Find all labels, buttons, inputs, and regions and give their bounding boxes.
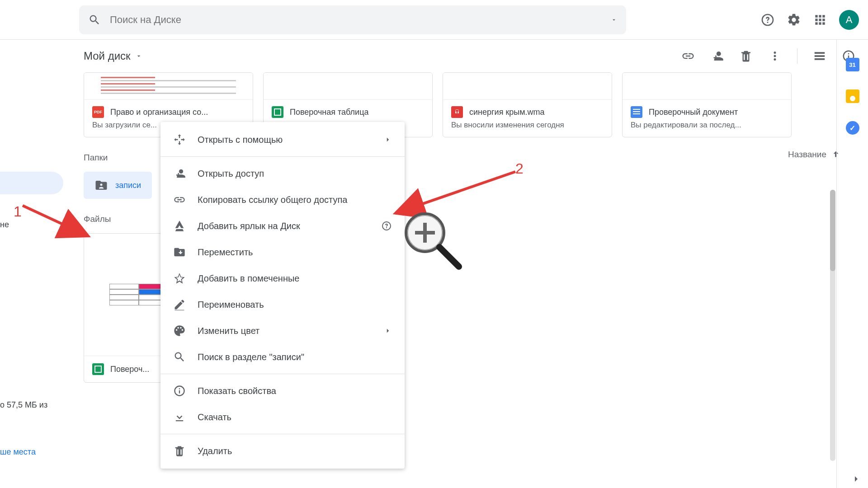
search-bar[interactable] bbox=[79, 5, 626, 34]
list-view-icon[interactable] bbox=[813, 49, 826, 63]
sidebar-partial-text: не bbox=[0, 220, 9, 230]
main-content: не о 57,5 МБ из ше места PDFПраво и орга… bbox=[0, 72, 868, 383]
sort-label-text: Название bbox=[788, 150, 826, 160]
menu-rename[interactable]: Переименовать bbox=[160, 291, 405, 318]
sheets-icon bbox=[92, 363, 104, 375]
card-subtitle: Вы редактировали за послед... bbox=[623, 121, 791, 137]
more-vert-icon[interactable] bbox=[768, 49, 782, 63]
folder-label: записи bbox=[115, 181, 141, 190]
sidebar-storage-text: о 57,5 МБ из bbox=[0, 400, 47, 410]
menu-move[interactable]: Переместить bbox=[160, 239, 405, 265]
drive-shortcut-icon bbox=[173, 220, 186, 232]
delete-trash-icon[interactable] bbox=[739, 49, 753, 63]
menu-details[interactable]: Показать свойства bbox=[160, 378, 405, 404]
menu-label: Копировать ссылку общего доступа bbox=[198, 195, 392, 205]
get-link-icon[interactable] bbox=[681, 49, 695, 63]
menu-label: Добавить ярлык на Диск bbox=[198, 221, 369, 231]
menu-label: Добавить в помеченные bbox=[198, 273, 392, 284]
info-outline-icon bbox=[173, 385, 186, 397]
menu-separator bbox=[160, 156, 405, 157]
menu-label: Открыть доступ bbox=[198, 169, 392, 179]
user-avatar[interactable]: А bbox=[839, 10, 859, 30]
search-in-icon bbox=[173, 351, 186, 363]
keep-app-icon[interactable] bbox=[846, 89, 859, 103]
card-name: Проверочный документ bbox=[649, 108, 738, 117]
star-icon bbox=[173, 272, 186, 285]
quick-access-card[interactable]: синергия крым.wma Вы вносили изменения с… bbox=[443, 72, 612, 137]
scrollbar-thumb[interactable] bbox=[830, 190, 835, 271]
pdf-icon: PDF bbox=[92, 106, 104, 118]
menu-add-shortcut[interactable]: Добавить ярлык на Диск bbox=[160, 213, 405, 239]
open-with-icon bbox=[173, 133, 186, 146]
menu-separator bbox=[160, 374, 405, 374]
help-outline-icon[interactable] bbox=[381, 221, 392, 231]
card-name: синергия крым.wma bbox=[469, 108, 545, 117]
header-icons: А bbox=[760, 10, 859, 30]
apps-grid-icon[interactable] bbox=[813, 13, 827, 27]
side-panel-chevron-icon[interactable] bbox=[851, 474, 862, 484]
menu-label: Переименовать bbox=[198, 300, 392, 310]
folder-item-zapisi[interactable]: записи bbox=[84, 172, 152, 199]
card-thumb bbox=[623, 73, 791, 100]
sheets-icon bbox=[272, 106, 283, 118]
chevron-right-icon bbox=[384, 136, 392, 144]
menu-share[interactable]: Открыть доступ bbox=[160, 160, 405, 187]
menu-separator bbox=[160, 434, 405, 434]
search-input[interactable] bbox=[110, 14, 611, 26]
menu-label: Скачать bbox=[198, 412, 392, 422]
share-person-icon[interactable] bbox=[710, 49, 724, 63]
menu-open-with[interactable]: Открыть с помощью bbox=[160, 127, 405, 153]
search-icon bbox=[88, 14, 101, 26]
scrollbar-track[interactable] bbox=[830, 190, 835, 461]
tasks-app-icon[interactable] bbox=[846, 121, 859, 135]
section-folders-label: Папки bbox=[84, 153, 108, 163]
menu-change-color[interactable]: Изменить цвет bbox=[160, 318, 405, 344]
card-thumb bbox=[443, 73, 612, 100]
menu-label: Удалить bbox=[198, 446, 392, 456]
sidebar-buy-storage[interactable]: ше места bbox=[0, 447, 36, 457]
header: А bbox=[0, 0, 868, 40]
menu-search-in[interactable]: Поиск в разделе "записи" bbox=[160, 344, 405, 370]
share-icon bbox=[173, 167, 186, 180]
side-panel: 31 bbox=[836, 40, 868, 488]
menu-copy-link[interactable]: Копировать ссылку общего доступа bbox=[160, 187, 405, 213]
download-icon bbox=[173, 411, 186, 423]
card-name: Поверочная таблица bbox=[290, 108, 368, 117]
menu-label: Открыть с помощью bbox=[198, 135, 372, 145]
card-thumb bbox=[84, 73, 253, 100]
palette-icon bbox=[173, 324, 186, 337]
chevron-right-icon bbox=[384, 327, 392, 335]
card-name: Право и организация со... bbox=[110, 108, 208, 117]
sort-by-name[interactable]: Название bbox=[788, 150, 841, 160]
docs-icon bbox=[631, 106, 642, 118]
audio-icon bbox=[451, 106, 463, 118]
settings-gear-icon[interactable] bbox=[787, 13, 801, 27]
menu-label: Изменить цвет bbox=[198, 326, 372, 336]
trash-icon bbox=[173, 445, 186, 457]
menu-star[interactable]: Добавить в помеченные bbox=[160, 265, 405, 291]
toolbar: Мой диск bbox=[0, 40, 868, 72]
toolbar-actions bbox=[681, 48, 855, 64]
rename-pencil-icon bbox=[173, 298, 186, 311]
shared-folder-icon bbox=[94, 178, 108, 192]
menu-label: Переместить bbox=[198, 247, 392, 258]
menu-delete[interactable]: Удалить bbox=[160, 438, 405, 464]
quick-access-card[interactable]: Проверочный документ Вы редактировали за… bbox=[622, 72, 792, 137]
context-menu: Открыть с помощью Открыть доступ Копиров… bbox=[160, 122, 405, 469]
card-subtitle: Вы вносили изменения сегодня bbox=[443, 121, 612, 137]
menu-download[interactable]: Скачать bbox=[160, 404, 405, 430]
sidebar-selected-pill[interactable] bbox=[0, 172, 63, 194]
calendar-app-icon[interactable]: 31 bbox=[846, 58, 859, 71]
help-icon[interactable] bbox=[760, 13, 775, 27]
link-icon bbox=[173, 193, 186, 206]
file-name: Повероч... bbox=[110, 365, 149, 374]
menu-label: Поиск в разделе "записи" bbox=[198, 352, 392, 362]
toolbar-separator bbox=[797, 48, 797, 64]
move-folder-icon bbox=[173, 246, 186, 258]
card-thumb bbox=[264, 73, 432, 100]
search-filter-caret-icon[interactable] bbox=[611, 17, 617, 23]
menu-label: Показать свойства bbox=[198, 386, 392, 396]
breadcrumb-my-drive[interactable]: Мой диск bbox=[84, 50, 142, 62]
breadcrumb-caret-icon bbox=[135, 52, 142, 60]
breadcrumb-label: Мой диск bbox=[84, 50, 131, 62]
